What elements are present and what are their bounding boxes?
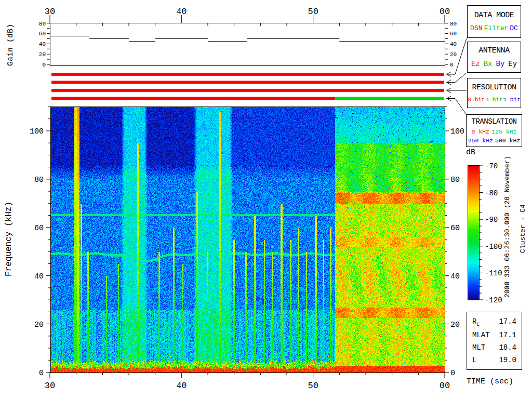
translation-panel: TRANSLATION 0 kHz 125 kHz 250 kHz 500 kH… (466, 114, 522, 147)
colorbar-tick-label: -110 (485, 269, 502, 277)
arrow-connector-translation (447, 99, 467, 115)
antenna-option-bx: Bx (484, 60, 493, 68)
freq-tick-label-right: 0 (450, 369, 455, 378)
freq-tick-label-right: 20 (450, 321, 460, 329)
freq-tick-label-left: 40 (34, 272, 44, 281)
status-bar-antenna (51, 81, 444, 84)
freq-tick-label-left: 20 (34, 321, 44, 329)
antenna-panel: ANTENNA Ez Bx By Ey (467, 42, 521, 73)
gain-y-tick-label-right: 60 (450, 31, 457, 37)
freq-tick-label-right: 80 (450, 176, 460, 184)
translation-option-500khz: 500 kHz (495, 137, 520, 144)
freq-tick-label-left: 100 (30, 127, 44, 136)
colorbar-tick-label: -100 (485, 243, 502, 251)
colorbar-db-label: dB (466, 148, 475, 157)
wbd-spectrogram-screen: 8080606040402020003040500010010080806060… (0, 0, 532, 399)
status-bar-data-mode (51, 73, 444, 76)
time-tick-label: 40 (176, 381, 187, 391)
resolution-option-8bit: 8-bit (468, 97, 485, 103)
resolution-option-4bit: 4-bit (485, 97, 502, 103)
resolution-panel: RESOLUTION 8-bit 4-bit 1-bit (467, 78, 521, 108)
translation-option-125khz: 125 kHz (491, 128, 516, 135)
freq-tick-label-right: 60 (450, 224, 460, 233)
antenna-option-by: By (496, 60, 505, 68)
spacecraft-vertical-label: Cluster - C4 (519, 202, 527, 256)
antenna-title: ANTENNA (478, 46, 510, 55)
gain-plot-frame (50, 23, 445, 66)
gain-y-tick-label-left: 40 (39, 41, 46, 47)
ephemeris-value-mlt: 18.4 (499, 343, 516, 352)
time-tick-label: 00 (440, 381, 450, 391)
time-axis-label: TIME (sec) (467, 377, 513, 386)
ephemeris-row-mlt: MLT 18.4 (472, 343, 516, 352)
colorbar-tick-label: -80 (485, 189, 498, 197)
ephemeris-label-re: RE (472, 317, 480, 327)
colorbar-tick-label: -70 (485, 162, 498, 170)
antenna-option-ey: Ey (508, 60, 517, 68)
status-bar-translation (335, 97, 444, 100)
gain-y-tick-label-right: 40 (450, 41, 457, 47)
gain-x-tick-label: 40 (176, 7, 187, 17)
translation-option-250khz: 250 kHz (468, 137, 493, 144)
gain-y-tick-label-left: 80 (39, 21, 46, 27)
freq-tick-label-left: 80 (34, 176, 44, 184)
freq-tick-label-right: 100 (450, 127, 464, 136)
data-mode-title: DATA MODE (474, 11, 514, 20)
gain-y-tick-label-right: 0 (450, 62, 454, 68)
colorbar-tick-label: -120 (485, 296, 502, 304)
ephemeris-label-l: L (472, 356, 476, 364)
gain-x-tick-label: 30 (45, 7, 55, 17)
status-bar-resolution (51, 89, 444, 92)
data-mode-option-dc: DC (510, 24, 518, 32)
freq-tick-label-right: 40 (450, 272, 460, 281)
timestamp-vertical-label: 2000 333 06:26:30.000 (28 November) (503, 151, 511, 302)
ephemeris-value-mlat: 17.1 (499, 331, 516, 339)
gain-axis-label: Gain (dB) (6, 23, 15, 66)
resolution-option-1bit: 1-bit (503, 97, 521, 103)
ephemeris-row-re: RE 17.4 (472, 317, 516, 327)
ephemeris-row-l: L 19.0 (472, 356, 516, 364)
ephemeris-label-mlat: MLAT (472, 331, 490, 339)
time-tick-label: 50 (308, 381, 318, 391)
gain-y-tick-label-left: 0 (42, 62, 46, 68)
ephemeris-label-mlt: MLT (472, 343, 485, 352)
resolution-title: RESOLUTION (472, 83, 516, 92)
frequency-axis-label: Frequency (kHz) (4, 196, 14, 282)
gain-x-tick-label: 00 (440, 7, 450, 17)
antenna-option-ez: Ez (471, 60, 480, 68)
translation-title: TRANSLATION (472, 117, 517, 126)
data-mode-option-dsn: DSN (470, 24, 482, 32)
ephemeris-value-l: 19.0 (499, 356, 516, 364)
gain-x-tick-label: 50 (308, 7, 318, 17)
data-mode-panel: DATA MODE DSN Filter DC (467, 5, 521, 38)
data-mode-option-filter: Filter (484, 24, 508, 32)
translation-option-0khz: 0 kHz (472, 128, 490, 135)
freq-tick-label-left: 0 (39, 369, 44, 378)
ephemeris-value-re: 17.4 (499, 317, 516, 327)
gain-y-tick-label-right: 80 (450, 21, 457, 27)
time-tick-label: 30 (45, 381, 55, 391)
gain-y-tick-label-left: 20 (39, 51, 46, 58)
gain-y-tick-label-left: 60 (39, 31, 46, 37)
ephemeris-row-mlat: MLAT 17.1 (472, 331, 516, 339)
freq-tick-label-left: 60 (34, 224, 44, 233)
ephemeris-box: RE 17.4 MLAT 17.1 MLT 18.4 L 19.0 (467, 312, 522, 370)
status-bar-translation (51, 97, 335, 100)
colorbar-tick-label: -90 (485, 216, 498, 224)
colorbar-gradient (468, 165, 480, 300)
spectrogram-canvas (51, 107, 445, 373)
gain-y-tick-label-right: 20 (450, 51, 457, 58)
